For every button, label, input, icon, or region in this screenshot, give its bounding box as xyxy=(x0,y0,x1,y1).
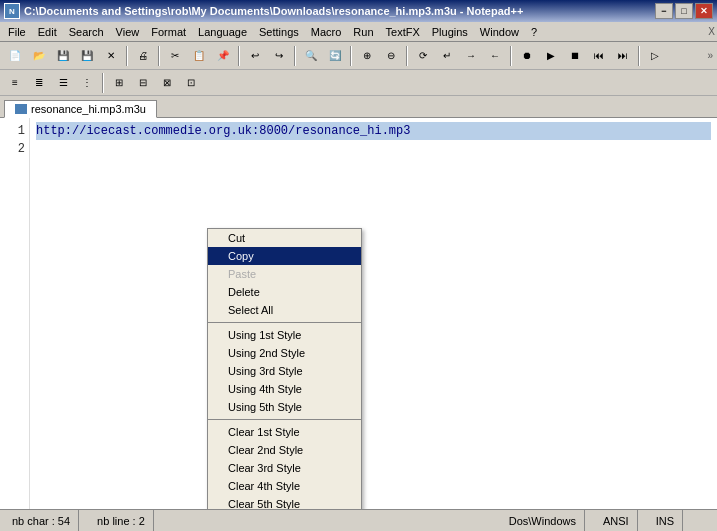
line-num-2: 2 xyxy=(4,140,25,158)
ctx-delete[interactable]: Delete xyxy=(208,283,361,301)
ctx-paste[interactable]: Paste xyxy=(208,265,361,283)
close-button[interactable]: ✕ xyxy=(695,3,713,19)
menu-format[interactable]: Format xyxy=(145,24,192,40)
ctx-clear-4th-style[interactable]: Clear 4th Style xyxy=(208,477,361,495)
zoom-in-button[interactable]: ⊕ xyxy=(356,45,378,67)
toolbar-separator-7 xyxy=(510,46,512,66)
format-btn7[interactable]: ⊠ xyxy=(156,72,178,94)
format-btn4[interactable]: ⋮ xyxy=(76,72,98,94)
title-bar: N C:\Documents and Settings\rob\My Docum… xyxy=(0,0,717,22)
tab-bar: resonance_hi.mp3.m3u xyxy=(0,96,717,118)
window-title: C:\Documents and Settings\rob\My Documen… xyxy=(24,5,523,17)
record-button[interactable]: ⏺ xyxy=(516,45,538,67)
menu-textfx[interactable]: TextFX xyxy=(380,24,426,40)
app-window: N C:\Documents and Settings\rob\My Docum… xyxy=(0,0,717,531)
editor-wrapper: 1 2 http://icecast.commedie.org.uk:8000/… xyxy=(0,118,717,509)
ctx-sep-2 xyxy=(208,419,361,420)
menu-plugins[interactable]: Plugins xyxy=(426,24,474,40)
ctx-copy[interactable]: Copy xyxy=(208,247,361,265)
status-encoding: ANSI xyxy=(595,510,638,531)
ctx-using-1st-style[interactable]: Using 1st Style xyxy=(208,326,361,344)
save-all-button[interactable]: 💾 xyxy=(76,45,98,67)
new-button[interactable]: 📄 xyxy=(4,45,26,67)
toolbar-separator-5 xyxy=(350,46,352,66)
format-btn8[interactable]: ⊡ xyxy=(180,72,202,94)
app-icon: N xyxy=(4,3,20,19)
paste-button[interactable]: 📌 xyxy=(212,45,234,67)
run2-button[interactable]: ▷ xyxy=(644,45,666,67)
status-insert-mode: INS xyxy=(648,510,683,531)
unindent-button[interactable]: ← xyxy=(484,45,506,67)
line-numbers: 1 2 xyxy=(0,118,30,509)
editor-content[interactable]: http://icecast.commedie.org.uk:8000/reso… xyxy=(30,118,717,509)
toolbar-overflow[interactable]: X xyxy=(708,26,715,37)
toolbar-more[interactable]: » xyxy=(707,50,713,61)
ctx-select-all[interactable]: Select All xyxy=(208,301,361,319)
toolbar-separator-3 xyxy=(238,46,240,66)
toolbar-separator-4 xyxy=(294,46,296,66)
replace-button[interactable]: 🔄 xyxy=(324,45,346,67)
wrap-button[interactable]: ↵ xyxy=(436,45,458,67)
ctx-using-5th-style[interactable]: Using 5th Style xyxy=(208,398,361,416)
minimize-button[interactable]: − xyxy=(655,3,673,19)
open-button[interactable]: 📂 xyxy=(28,45,50,67)
format-btn5[interactable]: ⊞ xyxy=(108,72,130,94)
ctx-clear-5th-style[interactable]: Clear 5th Style xyxy=(208,495,361,509)
toolbar-separator-6 xyxy=(406,46,408,66)
menu-view[interactable]: View xyxy=(110,24,146,40)
format-btn3[interactable]: ☰ xyxy=(52,72,74,94)
print-button[interactable]: 🖨 xyxy=(132,45,154,67)
status-line-info: nb line : 2 xyxy=(89,510,154,531)
zoom-out-button[interactable]: ⊖ xyxy=(380,45,402,67)
format-btn1[interactable]: ≡ xyxy=(4,72,26,94)
toolbar-separator-8 xyxy=(638,46,640,66)
toolbar-secondary: ≡ ≣ ☰ ⋮ ⊞ ⊟ ⊠ ⊡ xyxy=(0,70,717,96)
sync-button[interactable]: ⟳ xyxy=(412,45,434,67)
ctx-using-2nd-style[interactable]: Using 2nd Style xyxy=(208,344,361,362)
find-button[interactable]: 🔍 xyxy=(300,45,322,67)
menu-macro[interactable]: Macro xyxy=(305,24,348,40)
menu-run[interactable]: Run xyxy=(347,24,379,40)
ctx-clear-2nd-style[interactable]: Clear 2nd Style xyxy=(208,441,361,459)
menu-window[interactable]: Window xyxy=(474,24,525,40)
toolbar-separator-1 xyxy=(126,46,128,66)
close-doc-button[interactable]: ✕ xyxy=(100,45,122,67)
window-controls: − □ ✕ xyxy=(655,3,713,19)
ctx-sep-1 xyxy=(208,322,361,323)
editor-line-2 xyxy=(36,140,711,158)
toolbar-main: 📄 📂 💾 💾 ✕ 🖨 ✂ 📋 📌 ↩ ↪ 🔍 🔄 ⊕ ⊖ ⟳ ↵ → ← ⏺ … xyxy=(0,42,717,70)
menu-edit[interactable]: Edit xyxy=(32,24,63,40)
menu-bar: File Edit Search View Format Language Se… xyxy=(0,22,717,42)
menu-file[interactable]: File xyxy=(2,24,32,40)
copy-button[interactable]: 📋 xyxy=(188,45,210,67)
menu-settings[interactable]: Settings xyxy=(253,24,305,40)
tab-resonance[interactable]: resonance_hi.mp3.m3u xyxy=(4,100,157,118)
undo-button[interactable]: ↩ xyxy=(244,45,266,67)
status-char-info: nb char : 54 xyxy=(4,510,79,531)
next-button[interactable]: ⏭ xyxy=(612,45,634,67)
toolbar2-sep1 xyxy=(102,73,104,93)
maximize-button[interactable]: □ xyxy=(675,3,693,19)
ctx-using-4th-style[interactable]: Using 4th Style xyxy=(208,380,361,398)
menu-search[interactable]: Search xyxy=(63,24,110,40)
format-btn6[interactable]: ⊟ xyxy=(132,72,154,94)
cut-button[interactable]: ✂ xyxy=(164,45,186,67)
ctx-clear-3rd-style[interactable]: Clear 3rd Style xyxy=(208,459,361,477)
title-bar-left: N C:\Documents and Settings\rob\My Docum… xyxy=(4,3,523,19)
char-count: nb char : 54 xyxy=(12,515,70,527)
status-bar: nb char : 54 nb line : 2 Dos\Windows ANS… xyxy=(0,509,717,531)
ctx-clear-1st-style[interactable]: Clear 1st Style xyxy=(208,423,361,441)
ctx-cut[interactable]: Cut xyxy=(208,229,361,247)
tab-label: resonance_hi.mp3.m3u xyxy=(31,103,146,115)
menu-help[interactable]: ? xyxy=(525,24,543,40)
prev-button[interactable]: ⏮ xyxy=(588,45,610,67)
play-button[interactable]: ▶ xyxy=(540,45,562,67)
format-btn2[interactable]: ≣ xyxy=(28,72,50,94)
stop-button[interactable]: ⏹ xyxy=(564,45,586,67)
save-button[interactable]: 💾 xyxy=(52,45,74,67)
ctx-using-3rd-style[interactable]: Using 3rd Style xyxy=(208,362,361,380)
redo-button[interactable]: ↪ xyxy=(268,45,290,67)
status-line-ending: Dos\Windows xyxy=(501,510,585,531)
indent-button[interactable]: → xyxy=(460,45,482,67)
menu-language[interactable]: Language xyxy=(192,24,253,40)
